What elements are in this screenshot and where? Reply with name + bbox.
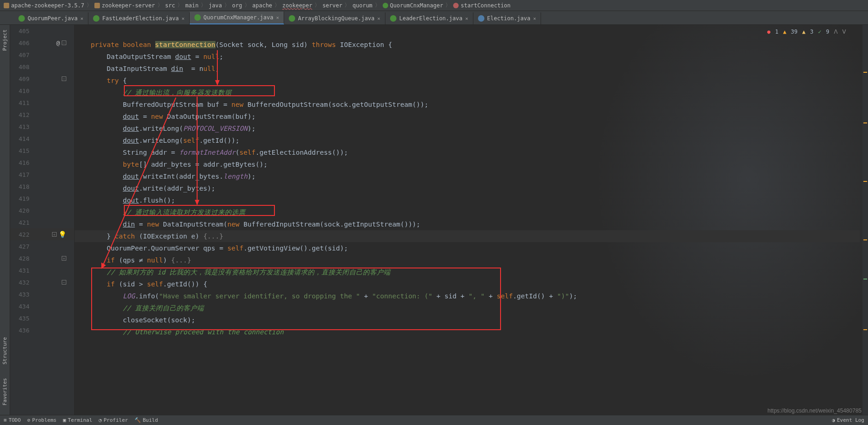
close-icon[interactable]: × — [80, 16, 83, 22]
line-number[interactable]: 406 — [10, 40, 33, 47]
code-line-415[interactable]: String addr = formatInetAddr(self.getEle… — [75, 146, 860, 158]
line-number[interactable]: 431 — [10, 267, 33, 274]
code-line-419[interactable]: dout.flush(); — [75, 194, 860, 206]
breadcrumb-item[interactable]: apache — [252, 2, 272, 9]
code-line-407[interactable]: DataOutputStream dout = null; — [75, 51, 860, 63]
code-line-434[interactable]: // 直接关闭自己的客户端 — [75, 302, 860, 314]
typo-icon: ✓ — [818, 29, 821, 35]
fold-icon[interactable]: − — [62, 76, 66, 81]
breadcrumb-item[interactable]: zookeeper-server — [94, 2, 155, 9]
line-number[interactable]: 410 — [10, 87, 33, 94]
line-number[interactable]: 433 — [10, 291, 33, 298]
line-number[interactable]: 414 — [10, 135, 33, 142]
line-number[interactable]: 408 — [10, 64, 33, 70]
favorites-tool[interactable]: Favorites — [2, 378, 8, 406]
build-tool[interactable]: 🔨 Build — [134, 417, 158, 423]
close-icon[interactable]: × — [377, 16, 380, 22]
code-line-428[interactable]: if (qps ≠ null) {...} — [75, 254, 860, 266]
code-line-420[interactable]: // 通过输入流读取对方发送过来的选票 — [75, 206, 860, 218]
code-line-411[interactable]: BufferedOutputStream buf = new BufferedO… — [75, 99, 860, 111]
fold-icon[interactable]: − — [62, 280, 66, 285]
code-line-405[interactable] — [75, 27, 860, 39]
tab-FastLeaderElection[interactable]: FastLeaderElection.java× — [88, 12, 190, 24]
line-number[interactable]: 407 — [10, 52, 33, 58]
code-line-432[interactable]: if (sid > self.getId()) { — [75, 278, 860, 290]
inspection-indicator[interactable]: ●1 ▲39 ▲3 ✓9 ᐱ ᐯ — [767, 29, 846, 35]
code-line-414[interactable]: dout.writeLong(self.getId()); — [75, 134, 860, 146]
override-icon[interactable]: @ — [56, 40, 60, 47]
profiler-tool[interactable]: ◔ Profiler — [99, 417, 128, 423]
breadcrumb-item[interactable]: java — [209, 2, 222, 9]
fold-icon[interactable]: + — [52, 232, 57, 237]
tab-QuorumCnxManager[interactable]: QuorumCnxManager.java× — [190, 12, 284, 24]
code-line-427[interactable]: QuorumPeer.QuorumServer qps = self.getVo… — [75, 242, 860, 254]
code-line-431[interactable]: // 如果对方的 id 比我的大，我是没有资格给对方发送连接请求的，直接关闭自己… — [75, 266, 860, 278]
eventlog-tool[interactable]: ◑ Event Log — [832, 417, 864, 423]
close-icon[interactable]: × — [533, 16, 536, 22]
breadcrumb-item[interactable]: src — [165, 2, 175, 9]
project-tool[interactable]: Project — [2, 29, 8, 51]
line-number[interactable]: 416 — [10, 159, 33, 166]
class-icon — [383, 3, 388, 8]
tab-LeaderElection[interactable]: LeaderElection.java× — [385, 12, 473, 24]
structure-tool[interactable]: Structure — [2, 337, 8, 365]
line-number[interactable]: 411 — [10, 99, 33, 106]
line-number[interactable]: 436 — [10, 327, 33, 334]
breadcrumb-item[interactable]: quorum — [352, 2, 372, 9]
tab-Election[interactable]: Election.java× — [473, 12, 542, 24]
scrollbar-marks[interactable] — [862, 25, 868, 415]
fold-icon[interactable]: + — [62, 256, 66, 261]
tab-ArrayBlockingQueue[interactable]: ArrayBlockingQueue.java× — [284, 12, 385, 24]
breadcrumb-item[interactable]: apache-zookeeper-3.5.7 — [4, 2, 84, 9]
breadcrumb-item[interactable]: main — [185, 2, 198, 9]
line-number[interactable]: 420 — [10, 207, 33, 214]
breadcrumb-item[interactable]: QuorumCnxManager — [383, 2, 443, 9]
code-area[interactable]: ●1 ▲39 ▲3 ✓9 ᐱ ᐯ private boolean startCo… — [75, 25, 860, 415]
line-number[interactable]: 405 — [10, 28, 33, 35]
line-number[interactable]: 421 — [10, 219, 33, 226]
fold-icon[interactable]: − — [62, 41, 66, 45]
chevron-down-icon[interactable]: ᐯ — [842, 29, 846, 35]
code-line-406[interactable]: private boolean startConnection(Socket s… — [75, 39, 860, 51]
close-icon[interactable]: × — [276, 15, 280, 21]
line-number[interactable]: 417 — [10, 171, 33, 178]
line-number[interactable]: 418 — [10, 183, 33, 190]
line-number[interactable]: 427 — [10, 243, 33, 250]
code-line-413[interactable]: dout.writeLong(PROTOCOL_VERSION); — [75, 122, 860, 134]
code-line-433[interactable]: LOG.info("Have smaller server identifier… — [75, 290, 860, 302]
line-number[interactable]: 409 — [10, 76, 33, 82]
line-number[interactable]: 434 — [10, 303, 33, 310]
code-line-417[interactable]: dout.writeInt(addr_bytes.length); — [75, 170, 860, 182]
code-line-416[interactable]: byte[] addr_bytes = addr.getBytes(); — [75, 158, 860, 170]
code-line-422[interactable]: } catch (IOException e) {...} — [75, 230, 860, 242]
chevron-up-icon[interactable]: ᐱ — [834, 29, 838, 35]
breadcrumb-item[interactable]: zookeeper — [282, 2, 312, 9]
line-number[interactable]: 419 — [10, 195, 33, 202]
line-number[interactable]: 435 — [10, 315, 33, 322]
close-icon[interactable]: × — [181, 16, 185, 22]
code-line-435[interactable]: closeSocket(sock); — [75, 314, 860, 326]
line-number[interactable]: 415 — [10, 147, 33, 154]
line-number[interactable]: 428 — [10, 255, 33, 262]
code-line-418[interactable]: dout.write(addr_bytes); — [75, 182, 860, 194]
close-icon[interactable]: × — [465, 16, 468, 22]
editor[interactable]: 405406@−407408409−4104114124134144154164… — [10, 25, 868, 415]
code-line-408[interactable]: DataInputStream din = null; — [75, 63, 860, 75]
breadcrumb-item[interactable]: startConnection — [453, 2, 510, 9]
problems-tool[interactable]: ⊘ Problems — [27, 417, 57, 423]
line-number[interactable]: 432 — [10, 279, 33, 286]
todo-tool[interactable]: ≡ TODO — [4, 417, 21, 423]
line-number[interactable]: 412 — [10, 111, 33, 118]
code-line-409[interactable]: try { — [75, 75, 860, 87]
code-line-412[interactable]: dout = new DataOutputStream(buf); — [75, 111, 860, 122]
code-line-410[interactable]: // 通过输出流，向服务器发送数据 — [75, 87, 860, 99]
intention-bulb-icon[interactable]: 💡 — [58, 231, 66, 238]
code-line-436[interactable]: // Otherwise proceed with the connection — [75, 326, 860, 338]
line-number[interactable]: 422 — [10, 231, 33, 238]
terminal-tool[interactable]: ▣ Terminal — [63, 417, 93, 423]
breadcrumb-item[interactable]: org — [232, 2, 242, 9]
tab-QuorumPeer[interactable]: QuorumPeer.java× — [14, 12, 88, 24]
breadcrumb-item[interactable]: server — [322, 2, 342, 9]
line-number[interactable]: 413 — [10, 123, 33, 130]
code-line-421[interactable]: din = new DataInputStream(new BufferedIn… — [75, 218, 860, 230]
